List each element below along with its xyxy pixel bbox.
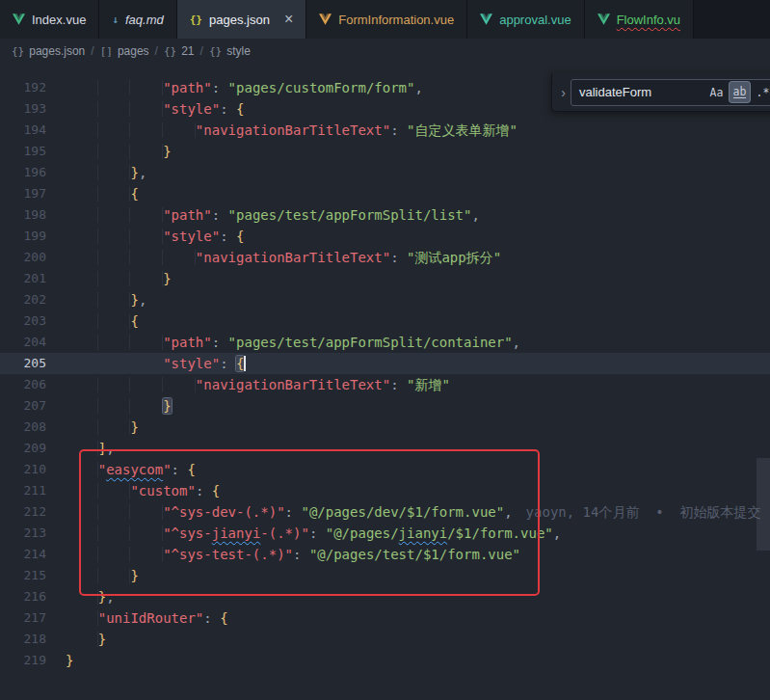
code-line[interactable]: 218 } <box>0 629 770 650</box>
line-number[interactable]: 212 <box>0 501 46 523</box>
line-content: { <box>66 310 139 332</box>
breadcrumb-separator: / <box>91 44 93 58</box>
line-number[interactable]: 201 <box>0 268 46 289</box>
code-line[interactable]: 198 "path": "pages/test/appFormSplit/lis… <box>0 204 770 226</box>
line-number[interactable]: 207 <box>0 395 46 417</box>
code-line[interactable]: 197 { <box>0 183 770 204</box>
line-number[interactable]: 215 <box>0 565 46 586</box>
breadcrumb-item-style[interactable]: {}style <box>209 44 251 58</box>
code-line[interactable]: 207 } <box>0 395 770 417</box>
tab-faq-md[interactable]: ↓faq.md <box>99 0 176 39</box>
tab-forminformation-vue[interactable]: FormInformation.vue <box>306 0 467 39</box>
object-symbol-icon: {} <box>164 45 176 58</box>
line-number[interactable]: 193 <box>0 98 46 120</box>
line-content: "style": { <box>66 353 246 374</box>
find-expand-chevron-icon[interactable]: › <box>556 77 571 107</box>
line-number[interactable]: 195 <box>0 141 46 162</box>
code-line[interactable]: 200 "navigationBarTitleText": "测试app拆分" <box>0 247 770 268</box>
tab-label: pages.json <box>209 13 270 27</box>
line-content: } <box>66 629 106 650</box>
vue-icon <box>480 13 492 25</box>
line-content: "^sys-jianyi-(.*)": "@/pages/jianyi/$1/f… <box>66 523 561 544</box>
tab-flowinfo-vu[interactable]: FlowInfo.vu <box>585 0 694 39</box>
breadcrumb: {}pages.json/[]pages/{}21/{}style <box>0 39 770 64</box>
code-line[interactable]: 209 ], <box>0 438 770 459</box>
code-line[interactable]: 219} <box>0 650 770 671</box>
object-symbol-icon: {} <box>209 45 222 58</box>
line-number[interactable]: 208 <box>0 417 46 438</box>
code-line[interactable]: 211 "custom": { <box>0 480 770 501</box>
text-cursor <box>244 356 246 371</box>
line-number[interactable]: 202 <box>0 289 46 310</box>
line-number[interactable]: 204 <box>0 332 46 353</box>
line-content: } <box>66 565 139 586</box>
line-number[interactable]: 209 <box>0 438 46 459</box>
line-number[interactable]: 206 <box>0 374 46 395</box>
line-content: } <box>66 417 139 438</box>
line-number[interactable]: 200 <box>0 247 46 268</box>
code-line[interactable]: 214 "^sys-test-(.*)": "@/pages/test/$1/f… <box>0 544 770 565</box>
match-case-button[interactable]: Aa <box>706 82 727 102</box>
code-line[interactable]: 212 "^sys-dev-(.*)": "@/pages/dev/$1/for… <box>0 501 770 523</box>
breadcrumb-label: style <box>226 44 251 58</box>
line-content: "navigationBarTitleText": "测试app拆分" <box>66 247 501 268</box>
code-line[interactable]: 208 } <box>0 417 770 438</box>
line-number[interactable]: 210 <box>0 459 46 480</box>
breadcrumb-item-pages[interactable]: []pages <box>100 44 149 58</box>
code-line[interactable]: 205 "style": { <box>0 353 770 374</box>
line-number[interactable]: 198 <box>0 204 46 226</box>
code-line[interactable]: 202 }, <box>0 289 770 310</box>
code-line[interactable]: 194 "navigationBarTitleText": "自定义表单新增" <box>0 120 770 141</box>
code-line[interactable]: 201 } <box>0 268 770 289</box>
code-line[interactable]: 216 }, <box>0 586 770 607</box>
line-number[interactable]: 218 <box>0 629 46 650</box>
json-object-icon: {} <box>12 45 24 58</box>
breadcrumb-item-21[interactable]: {}21 <box>164 44 195 58</box>
editor-pane[interactable]: 192 "path": "pages/customForm/form",193 … <box>0 64 770 700</box>
editor-scrollbar[interactable] <box>757 458 770 551</box>
code-line[interactable]: 213 "^sys-jianyi-(.*)": "@/pages/jianyi/… <box>0 523 770 544</box>
find-input[interactable]: validateForm Aa ab .* <box>571 79 770 106</box>
code-line[interactable]: 199 "style": { <box>0 226 770 247</box>
breadcrumb-label: 21 <box>181 44 194 58</box>
line-content: "navigationBarTitleText": "新增" <box>66 374 450 395</box>
breadcrumb-label: pages <box>118 44 149 58</box>
markdown-icon: ↓ <box>112 13 119 26</box>
line-number[interactable]: 199 <box>0 226 46 247</box>
line-content: "style": { <box>66 226 244 247</box>
line-number[interactable]: 194 <box>0 120 46 141</box>
line-content: } <box>66 141 172 162</box>
code-line[interactable]: 206 "navigationBarTitleText": "新增" <box>0 374 770 395</box>
code-line[interactable]: 195 } <box>0 141 770 162</box>
code-line[interactable]: 210 "easycom": { <box>0 459 770 480</box>
line-content: { <box>66 183 139 204</box>
close-icon[interactable]: × <box>284 12 293 27</box>
line-number[interactable]: 214 <box>0 544 46 565</box>
line-content: ], <box>66 438 115 459</box>
line-content: }, <box>66 289 146 310</box>
code-line[interactable]: 215 } <box>0 565 770 586</box>
tab-pages-json[interactable]: {}pages.json× <box>177 0 306 39</box>
code-line[interactable]: 196 }, <box>0 162 770 183</box>
line-number[interactable]: 197 <box>0 183 46 204</box>
breadcrumb-item-pages-json[interactable]: {}pages.json <box>12 44 85 58</box>
code-line[interactable]: 217 "uniIdRouter": { <box>0 607 770 629</box>
code-line[interactable]: 204 "path": "pages/test/appFormSplit/con… <box>0 332 770 353</box>
line-number[interactable]: 205 <box>0 353 46 374</box>
find-widget: › validateForm Aa ab .* <box>551 73 770 112</box>
line-number[interactable]: 211 <box>0 480 46 501</box>
breadcrumb-separator: / <box>155 44 158 58</box>
regex-button[interactable]: .* <box>753 82 770 102</box>
tab-index-vue[interactable]: Index.vue <box>0 0 99 39</box>
line-number[interactable]: 196 <box>0 162 46 183</box>
tab-approval-vue[interactable]: approval.vue <box>467 0 584 39</box>
whole-word-button[interactable]: ab <box>730 82 750 102</box>
line-number[interactable]: 219 <box>0 650 46 671</box>
code-line[interactable]: 203 { <box>0 310 770 332</box>
line-number[interactable]: 217 <box>0 607 46 629</box>
line-number[interactable]: 213 <box>0 523 46 544</box>
line-number[interactable]: 192 <box>0 77 46 98</box>
line-number[interactable]: 216 <box>0 586 46 607</box>
line-content: "path": "pages/test/appFormSplit/list", <box>66 204 480 226</box>
line-number[interactable]: 203 <box>0 310 46 332</box>
